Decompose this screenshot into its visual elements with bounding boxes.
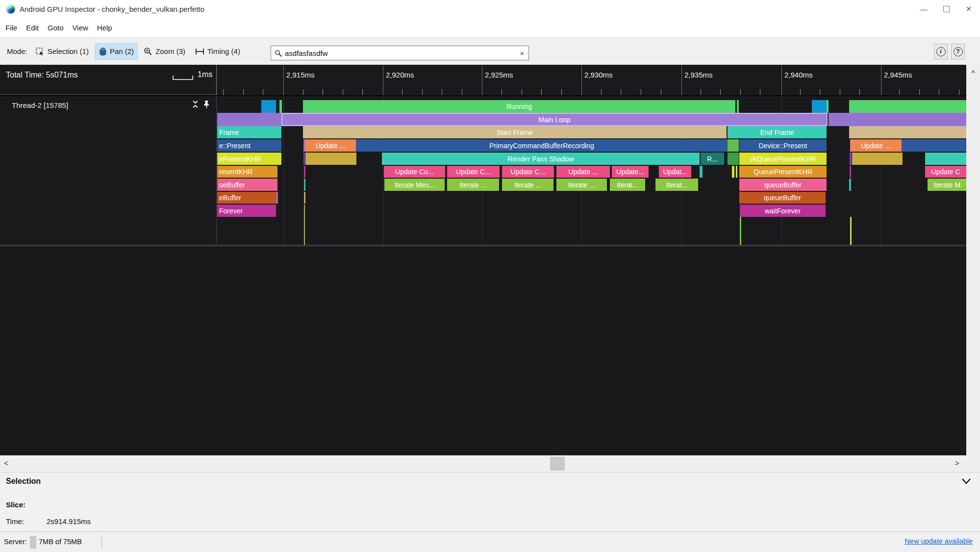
timeline-slice-thin[interactable] [740, 217, 741, 245]
close-button[interactable]: × [957, 0, 980, 18]
timeline-slice-updat-[interactable]: Updat... [659, 166, 691, 178]
timeline-slice[interactable] [700, 166, 703, 178]
timeline-slice[interactable] [276, 192, 278, 204]
timeline-slice[interactable] [728, 153, 739, 165]
mode-button-zoom[interactable]: Zoom (3) [140, 43, 189, 60]
menu-item-edit[interactable]: Edit [22, 24, 43, 32]
mode-button-pan[interactable]: Pan (2) [95, 43, 138, 60]
timeline-slice-frame[interactable]: Frame [217, 126, 281, 138]
ruler-minor-tick [800, 89, 801, 95]
search-box[interactable]: × [271, 46, 529, 60]
timeline-slice[interactable] [829, 113, 966, 126]
timeline-slice-render-pass-shadow[interactable]: Render Pass Shadow [382, 153, 700, 165]
timeline-slice[interactable] [279, 100, 282, 113]
timeline-slice-update-[interactable]: Update ... [556, 166, 610, 178]
timeline-slice-queuepresentkhr[interactable]: QueuePresentKHR [739, 166, 827, 178]
timeline-slice-iterat-[interactable]: Iterat... [655, 179, 698, 191]
timeline-slice[interactable] [812, 100, 827, 113]
timeline-slice-update-[interactable]: Update ... [305, 139, 356, 152]
search-icon [275, 50, 282, 57]
timeline-area[interactable]: 2,915ms2,920ms2,925ms2,930ms2,935ms2,940… [0, 65, 966, 455]
timeline-slice-forever[interactable]: Forever [217, 205, 276, 217]
timeline-slice-update-[interactable]: Update... [612, 166, 649, 178]
timeline-slice[interactable] [303, 153, 305, 165]
timeline-slice-thin[interactable] [850, 217, 852, 245]
timeline-slice-update-c-[interactable]: Update C... [447, 166, 500, 178]
collapse-panel-chevron-icon[interactable] [961, 477, 971, 486]
ruler-minor-tick [701, 89, 701, 95]
timeline-slice-iterate-[interactable]: Iterate ... [556, 179, 607, 191]
timeline-slice-iterat-[interactable]: Iterat... [610, 179, 645, 191]
timeline-slice-iterate-[interactable]: Iterate ... [447, 179, 499, 191]
timeline-slice-device-present[interactable]: Device::Present [739, 139, 827, 152]
timeline-slice-vkqueuepresentkhr[interactable]: vkQueuePresentKHR [739, 153, 827, 165]
mode-button-selection[interactable]: Selection (1) [31, 43, 93, 60]
timeline-slice-epresentkhr[interactable]: ePresentKHR [217, 153, 281, 165]
timeline-slice[interactable] [849, 126, 966, 138]
info-button[interactable]: i [934, 44, 948, 59]
timeline-slice[interactable] [304, 205, 305, 217]
timeline-slice-end-frame[interactable]: End Frame [728, 126, 827, 138]
timeline-slice[interactable] [304, 166, 305, 178]
timeline-slice[interactable] [849, 100, 966, 113]
help-button[interactable]: ? [951, 44, 965, 59]
scroll-up-icon[interactable]: ^ [971, 69, 975, 455]
timeline-slice[interactable] [925, 153, 966, 165]
pin-track-icon[interactable] [203, 100, 210, 111]
timeline-slice-running[interactable]: Running [303, 100, 735, 113]
horizontal-scrollbar[interactable]: < > [0, 455, 980, 472]
timeline-slice-e-present[interactable]: e::Present [217, 139, 281, 152]
timeline-slice-iterate-m[interactable]: Iterate M [928, 179, 966, 191]
timeline-slice[interactable] [304, 192, 305, 204]
horizontal-scrollbar-thumb[interactable] [550, 457, 565, 471]
maximize-button[interactable] [935, 0, 957, 18]
ruler-minor-tick [820, 89, 820, 95]
timeline-slice[interactable] [732, 166, 734, 178]
clear-search-icon[interactable]: × [516, 49, 528, 57]
timeline-slice[interactable] [737, 100, 739, 113]
timeline-slice-queuebuffer[interactable]: queueBuffer [739, 192, 826, 204]
timeline-slice-ebuffer[interactable]: eBuffer [217, 192, 276, 204]
timeline-slice[interactable] [304, 179, 305, 191]
scroll-right-icon[interactable]: > [955, 459, 959, 467]
timeline-slice-thin[interactable] [304, 217, 305, 245]
scroll-left-icon[interactable]: < [4, 459, 8, 467]
timeline-slice[interactable] [827, 100, 829, 113]
timeline-slice[interactable] [261, 100, 276, 113]
menu-item-help[interactable]: Help [93, 24, 117, 32]
timeline-slice-iterate-[interactable]: Iterate ... [502, 179, 553, 191]
timeline-slice[interactable] [736, 166, 737, 178]
menu-item-file[interactable]: File [1, 24, 22, 32]
timeline-slice-queuebuffer[interactable]: queueBuffer [739, 179, 827, 191]
timeline-slice-resentkhr[interactable]: resentKHR [217, 166, 277, 178]
timeline-slice[interactable] [849, 179, 851, 191]
timeline-slice-update-cu-[interactable]: Update Cu... [384, 166, 445, 178]
collapse-track-icon[interactable] [192, 100, 199, 111]
minimize-button[interactable]: — [912, 0, 935, 18]
ruler-minor-tick [720, 89, 721, 95]
menu-item-view[interactable]: View [68, 24, 93, 32]
menu-item-goto[interactable]: Goto [43, 24, 68, 32]
timeline-slice[interactable] [217, 113, 281, 126]
timeline-slice-iterate-mes-[interactable]: Iterate Mes... [384, 179, 445, 191]
timeline-slice-r-[interactable]: R... [701, 153, 724, 165]
search-input[interactable] [285, 49, 516, 57]
timeline-slice-main-loop[interactable]: Main Loop [281, 113, 828, 126]
new-update-link[interactable]: New update available [905, 537, 973, 545]
timeline-slice-update-[interactable]: Update ... [850, 139, 902, 152]
timeline-slice-primarycommandbufferrecording[interactable]: PrimaryCommandBufferRecording [356, 139, 728, 152]
timeline-slice-waitforever[interactable]: waitForever [740, 205, 826, 217]
timeline-slice[interactable] [850, 153, 852, 165]
timeline-slice[interactable] [305, 153, 356, 165]
timeline-slice-start-frame[interactable]: Start Frame [303, 126, 727, 138]
timeline-slice[interactable] [850, 166, 851, 178]
vertical-scrollbar[interactable]: ^ [966, 65, 980, 455]
mode-button-timing[interactable]: Timing (4) [191, 43, 244, 60]
timeline-slice[interactable] [728, 139, 739, 152]
timeline-slice[interactable] [902, 139, 966, 152]
timeline-slice-update-c[interactable]: Update C [925, 166, 966, 178]
timeline-slice-update-c-[interactable]: Update C... [502, 166, 554, 178]
timeline-slice[interactable] [852, 153, 903, 165]
timeline-slice-uebuffer[interactable]: ueBuffer [217, 179, 277, 191]
ruler-time-label: 2,940ms [784, 71, 813, 79]
